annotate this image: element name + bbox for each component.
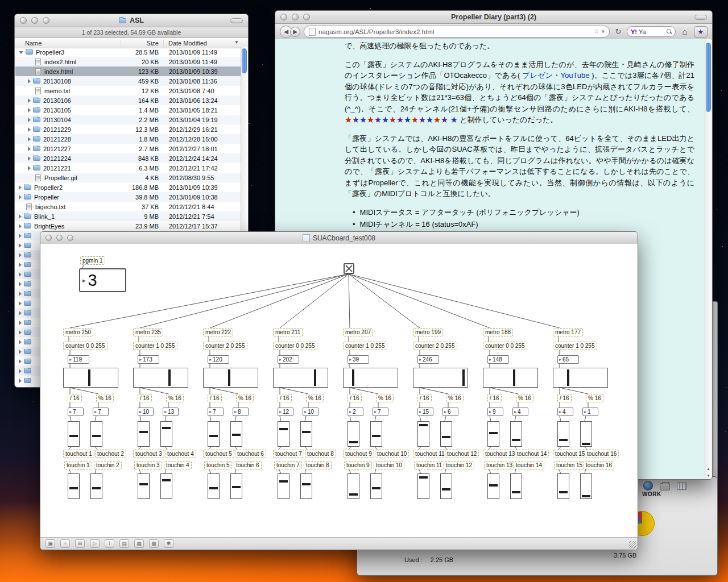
slider-knob[interactable] (462, 369, 465, 386)
max-number-box[interactable]: ▸173 (138, 355, 159, 364)
monitor-tab-label[interactable]: WORK (642, 491, 661, 497)
max-object-metro[interactable]: metro 177 (553, 328, 583, 336)
reload-icon[interactable]: ↻ (613, 27, 623, 36)
disclosure-triangle-icon[interactable] (28, 79, 31, 84)
home-icon[interactable]: ⌂ (679, 27, 690, 36)
column-header-date[interactable]: Date Modified ▼ (164, 40, 248, 47)
finder-row[interactable]: 201212272.7 MB2012/12/27 18:01 (15, 144, 241, 153)
text-link[interactable]: プレゼン (522, 71, 553, 80)
slider-knob[interactable] (442, 488, 450, 490)
max-vslider[interactable] (208, 421, 220, 447)
max-object-div16[interactable]: / 16 (208, 394, 222, 402)
max-hslider[interactable] (133, 368, 188, 388)
close-button[interactable] (20, 17, 27, 24)
slider-knob[interactable] (92, 435, 101, 437)
max-vslider[interactable] (370, 473, 382, 499)
disclosure-triangle-icon[interactable] (28, 108, 31, 113)
max-object-touchin[interactable]: touchin 14 (514, 461, 544, 469)
max-vslider[interactable] (230, 473, 242, 499)
max-vslider[interactable] (487, 473, 499, 499)
lock-icon[interactable]: ▣ (46, 539, 55, 548)
add-box-icon[interactable]: ⊞ (75, 539, 85, 548)
max-number-box[interactable]: ▸9 (487, 408, 503, 416)
finder-row[interactable]: 20121224848 KB2012/12/24 14:24 (15, 153, 241, 163)
max-vslider[interactable] (230, 421, 242, 447)
slider-knob[interactable] (232, 434, 241, 436)
max-object-touchout[interactable]: touchout 9 (343, 450, 374, 458)
disclosure-triangle-icon[interactable] (19, 263, 22, 267)
disclosure-triangle-icon[interactable] (28, 98, 31, 103)
disclosure-triangle-icon[interactable] (19, 272, 22, 277)
max-object-touchin[interactable]: touchin 3 (134, 461, 162, 469)
max-object-touchin[interactable]: touchin 13 (484, 461, 515, 469)
max-vslider[interactable] (278, 421, 289, 447)
max-object-touchin[interactable]: touchin 4 (164, 461, 192, 469)
disclosure-triangle-icon[interactable] (19, 340, 22, 344)
max-object-metro[interactable]: metro 211 (273, 328, 303, 336)
max-vslider[interactable] (417, 421, 429, 447)
network-globe-icon[interactable] (643, 481, 653, 490)
max-object-touchout[interactable]: touchout 2 (95, 450, 126, 458)
columns-icon[interactable] (677, 483, 686, 490)
max-object-touchout[interactable]: touchout 14 (515, 450, 549, 458)
info-icon[interactable]: i (105, 539, 114, 548)
column-header-size[interactable]: Size (121, 40, 164, 47)
finder-row[interactable]: memo.txt12 KB2013/01/08 7:40 (15, 86, 241, 95)
slider-knob[interactable] (419, 476, 428, 479)
disclosure-triangle-icon[interactable] (28, 137, 31, 142)
max-vslider[interactable] (90, 421, 102, 447)
max-object-touchin[interactable]: touchin 5 (204, 461, 232, 469)
search-text[interactable]: Ya (639, 28, 665, 35)
max-number-box[interactable]: ▸148 (487, 355, 509, 364)
disclosure-triangle-icon[interactable] (28, 147, 31, 151)
max-vslider[interactable] (417, 473, 429, 499)
max-object-touchout[interactable]: touchout 7 (273, 450, 304, 458)
slider-knob[interactable] (162, 479, 171, 481)
max-number-box[interactable]: ▸2 (348, 408, 363, 416)
max-number-box[interactable]: ▸39 (348, 355, 369, 364)
max-object-div16[interactable]: / 16 (557, 394, 572, 402)
slider-knob[interactable] (168, 369, 171, 386)
max-object-touchin[interactable]: touchin 12 (444, 461, 474, 469)
disclosure-triangle-icon[interactable] (19, 301, 22, 306)
presentation-icon[interactable]: ▤ (119, 539, 129, 548)
slider-knob[interactable] (139, 431, 148, 433)
slider-knob[interactable] (209, 435, 218, 437)
max-object-touchout[interactable]: touchout 1 (63, 450, 94, 458)
max-object-touchin[interactable]: touchin 2 (94, 461, 122, 469)
max-number-box[interactable]: ▸6 (442, 408, 458, 416)
max-object-pgmin[interactable]: pgmin 1 (80, 256, 105, 265)
max-object-touchin[interactable]: touchin 10 (374, 461, 404, 469)
max-vslider[interactable] (557, 421, 569, 447)
toolbar-pill-button[interactable] (230, 18, 243, 23)
disclosure-triangle-icon[interactable] (19, 195, 22, 199)
slider-knob[interactable] (302, 431, 311, 433)
disclosure-triangle-icon[interactable] (19, 282, 22, 286)
max-number-box[interactable]: ▸10 (303, 408, 318, 416)
disclosure-triangle-icon[interactable] (19, 292, 22, 296)
finder-row[interactable]: Propeller39.8 MB2013/01/09 10:38 (15, 192, 241, 202)
disclosure-triangle-icon[interactable] (19, 214, 22, 219)
finder-row[interactable]: 201212216.3 MB2012/12/21 17:42 (15, 163, 241, 173)
disclosure-triangle-icon[interactable] (28, 156, 31, 161)
disclosure-triangle-icon[interactable] (19, 311, 22, 315)
max-object-touchout[interactable]: touchout 12 (445, 450, 479, 458)
max-number-box[interactable]: ▸7 (68, 408, 84, 416)
slider-knob[interactable] (489, 432, 498, 434)
max-hslider[interactable] (413, 368, 468, 388)
max-vslider[interactable] (68, 421, 80, 447)
bookmark-star-icon[interactable]: ☆ (594, 28, 599, 35)
slider-knob[interactable] (567, 369, 569, 386)
finder-row[interactable]: Propeller2186.8 MB2013/01/09 10:39 (15, 182, 241, 192)
max-object-div16[interactable]: / 16 (348, 394, 362, 402)
disclosure-triangle-icon[interactable] (19, 321, 22, 325)
slider-knob[interactable] (372, 487, 380, 489)
max-hslider[interactable] (273, 368, 328, 388)
slider-knob[interactable] (582, 495, 590, 497)
max-object-touchin[interactable]: touchin 1 (64, 461, 92, 469)
max-toggle[interactable] (344, 263, 354, 274)
max-object-mod16[interactable]: % 16 (516, 394, 533, 402)
max-vslider[interactable] (557, 473, 569, 499)
slider-knob[interactable] (209, 487, 218, 489)
max-object-counter[interactable]: counter 0 0 255 (63, 342, 107, 350)
